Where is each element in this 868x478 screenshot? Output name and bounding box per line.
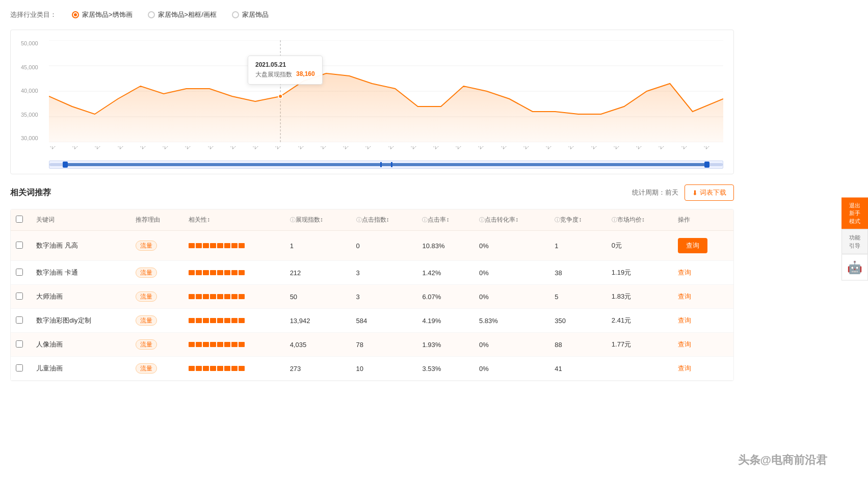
conversion-cell: 0% xyxy=(474,357,549,381)
bar-block xyxy=(196,342,202,347)
action-cell: 查询 xyxy=(673,285,733,309)
bar-block xyxy=(203,366,209,371)
query-button-link[interactable]: 查询 xyxy=(678,364,691,373)
row-checkbox-0[interactable] xyxy=(16,242,23,249)
action-cell: 查询 xyxy=(673,309,733,333)
row-checkbox-1[interactable] xyxy=(16,269,23,276)
chart-scrollbar[interactable] xyxy=(49,161,723,169)
th-competition[interactable]: ⓘ竞争度↕ xyxy=(549,209,607,231)
clicks-cell: 0 xyxy=(351,231,417,261)
row-checkbox-5[interactable] xyxy=(16,364,23,371)
x-label-28: 21-06-08 xyxy=(680,146,702,153)
ctr-cell: 1.42% xyxy=(417,261,474,285)
th-clicks[interactable]: ⓘ点击指数↕ xyxy=(351,209,417,231)
func-guide-button[interactable]: 功能引导 xyxy=(841,229,868,254)
bar-block xyxy=(239,270,245,275)
reason-badge: 流量 xyxy=(136,291,157,302)
bar-block xyxy=(196,318,202,323)
table-row: 数字油画 凡高流量1010.83%0%10元查询 xyxy=(11,231,733,261)
reason-badge: 流量 xyxy=(136,241,157,251)
x-label-23: 21-06-03 xyxy=(567,146,589,153)
row-checkbox-4[interactable] xyxy=(16,340,23,348)
radio-option-2[interactable]: 家居饰品>相框/画框 xyxy=(148,10,217,19)
keyword-cell: 人像油画 xyxy=(31,333,130,357)
query-button-link[interactable]: 查询 xyxy=(678,268,691,277)
avgprice-cell: 2.41元 xyxy=(607,309,673,333)
reason-badge: 流量 xyxy=(136,339,157,350)
x-label-11: 21-05-22 xyxy=(297,146,319,153)
query-button-link[interactable]: 查询 xyxy=(678,316,691,325)
query-button-link[interactable]: 查询 xyxy=(678,340,691,349)
relevance-bar xyxy=(189,366,280,371)
row-checkbox-3[interactable] xyxy=(16,316,23,324)
bar-block xyxy=(239,318,245,323)
download-icon: ⬇ xyxy=(692,189,698,197)
bar-block xyxy=(217,243,223,248)
clicks-cell: 3 xyxy=(351,285,417,309)
conversion-cell: 0% xyxy=(474,333,549,357)
avgprice-cell: 0元 xyxy=(607,231,673,261)
clicks-cell: 10 xyxy=(351,357,417,381)
x-label-12: 21-05-23 xyxy=(320,146,341,153)
clicks-cell: 3 xyxy=(351,261,417,285)
bar-block xyxy=(217,342,223,347)
table-row: 儿童油画流量273103.53%0%41查询 xyxy=(11,357,733,381)
scrollbar-left-handle[interactable] xyxy=(63,162,68,168)
relevance-cell xyxy=(183,357,285,381)
table-row: 人像油画流量4,035781.93%0%881.77元查询 xyxy=(11,333,733,357)
row-checkbox-2[interactable] xyxy=(16,293,23,300)
bar-block xyxy=(203,294,209,299)
radio-option-3[interactable]: 家居饰品 xyxy=(232,10,269,19)
reason-cell: 流量 xyxy=(130,333,183,357)
relevance-bar xyxy=(189,294,280,299)
select-all-checkbox[interactable] xyxy=(16,216,23,223)
keyword-cell: 数字油画 卡通 xyxy=(31,261,130,285)
competition-cell: 5 xyxy=(549,285,607,309)
scrollbar-right-handle[interactable] xyxy=(704,162,709,168)
radio-option-1[interactable]: 家居饰品>绣饰画 xyxy=(72,10,133,19)
impressions-cell: 50 xyxy=(285,285,351,309)
exit-novice-button[interactable]: 退出新手模式 xyxy=(841,198,868,229)
category-label: 选择行业类目： xyxy=(10,10,57,19)
x-label-4: 21-05-15 xyxy=(139,146,161,153)
x-label-26: 21-06-06 xyxy=(635,146,656,153)
th-impressions[interactable]: ⓘ展现指数↕ xyxy=(285,209,351,231)
clicks-cell: 78 xyxy=(351,333,417,357)
y-label-35000: 35,000 xyxy=(21,112,49,118)
table-row: 大师油画流量5036.07%0%51.83元查询 xyxy=(11,285,733,309)
x-label-20: 21-05-31 xyxy=(500,146,521,153)
th-relevance[interactable]: 相关性↕ xyxy=(183,209,285,231)
th-conversion[interactable]: ⓘ点击转化率↕ xyxy=(474,209,549,231)
x-label-6: 21-05-17 xyxy=(184,146,205,153)
conversion-cell: 0% xyxy=(474,231,549,261)
bar-block xyxy=(189,243,195,248)
reason-badge: 流量 xyxy=(136,315,157,326)
reason-cell: 流量 xyxy=(130,357,183,381)
period-label: 统计周期：前天 xyxy=(632,188,678,197)
th-ctr[interactable]: ⓘ点击率↕ xyxy=(417,209,474,231)
scrollbar-center-indicator xyxy=(380,162,392,167)
query-button-link[interactable]: 查询 xyxy=(678,292,691,301)
bar-block xyxy=(231,243,238,248)
x-label-19: 21-05-30 xyxy=(477,146,498,153)
relevance-bar xyxy=(189,318,280,323)
query-button-orange[interactable]: 查询 xyxy=(678,238,707,253)
radio-text-2: 家居饰品>相框/画框 xyxy=(158,10,217,19)
download-button[interactable]: ⬇ 词表下载 xyxy=(685,184,734,201)
float-panel: 退出新手模式 功能引导 🤖 xyxy=(841,198,868,281)
bar-block xyxy=(231,294,238,299)
x-label-21: 21-06-01 xyxy=(522,146,544,153)
avgprice-cell: 1.19元 xyxy=(607,261,673,285)
x-label-15: 21-05-26 xyxy=(387,146,409,153)
relevance-cell xyxy=(183,309,285,333)
bar-block xyxy=(210,294,216,299)
bar-block xyxy=(231,366,238,371)
chart-container: 50,000 45,000 40,000 35,000 30,000 xyxy=(10,30,734,174)
table-header-row: 关键词 推荐理由 相关性↕ ⓘ展现指数↕ ⓘ点击指数↕ ⓘ点击率↕ ⓘ点击转化率… xyxy=(11,209,733,231)
relevance-bar xyxy=(189,270,280,275)
radio-text-1: 家居饰品>绣饰画 xyxy=(82,10,133,19)
impressions-cell: 4,035 xyxy=(285,333,351,357)
bar-block xyxy=(210,318,216,323)
th-avgprice[interactable]: ⓘ市场均价↕ xyxy=(607,209,673,231)
radio-dot-1 xyxy=(72,11,79,18)
